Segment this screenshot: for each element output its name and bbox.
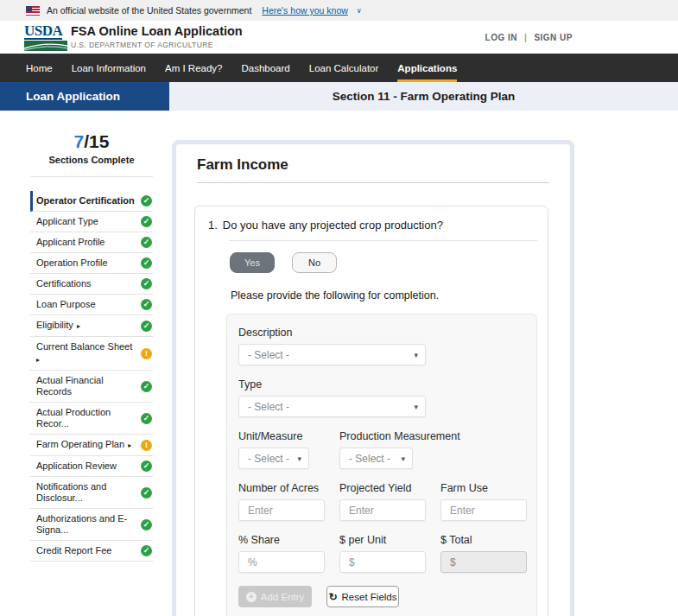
- type-label: Type: [238, 378, 525, 391]
- main-nav: HomeLoan InformationAm I Ready?Dashboard…: [0, 54, 678, 82]
- sidebar-item-loan-purpose[interactable]: Loan Purpose✓: [30, 295, 153, 315]
- farm-use-label: Farm Use: [440, 482, 527, 494]
- sidebar-item-label: Farm Operating Plan ▸: [36, 439, 137, 451]
- banner-text: An official website of the United States…: [47, 5, 251, 16]
- expand-arrow-icon: ▸: [75, 322, 80, 330]
- warning-icon: !: [141, 348, 152, 359]
- complete-check-icon: ✓: [141, 413, 152, 424]
- sidebar-item-credit-report-fee[interactable]: Credit Report Fee✓: [30, 541, 153, 562]
- number-of-acres-label: Number of Acres: [238, 482, 325, 494]
- complete-check-icon: ✓: [141, 545, 152, 556]
- loan-application-label: Loan Application: [0, 82, 169, 111]
- usda-wordmark: USDA: [24, 23, 62, 40]
- sidebar-item-certifications[interactable]: Certifications✓: [30, 274, 153, 295]
- complete-check-icon: ✓: [141, 216, 152, 227]
- nav-item-home[interactable]: Home: [26, 54, 53, 82]
- complete-check-icon: ✓: [141, 257, 152, 269]
- us-flag-icon: [26, 6, 40, 16]
- sidebar-item-applicant-profile[interactable]: Applicant Profile✓: [30, 232, 153, 253]
- sidebar-item-label: Applicant Profile: [36, 237, 137, 248]
- sidebar-item-actual-production-recor[interactable]: Actual Production Recor...✓: [30, 403, 153, 435]
- nav-item-am-i-ready[interactable]: Am I Ready?: [165, 54, 222, 82]
- percent-share-input[interactable]: [238, 551, 325, 573]
- sidebar-item-operation-profile[interactable]: Operation Profile✓: [30, 253, 153, 274]
- yes-button[interactable]: Yes: [230, 252, 275, 273]
- question-number: 1.: [208, 219, 218, 232]
- auth-divider: |: [524, 33, 527, 42]
- sidebar-item-farm-operating-plan[interactable]: Farm Operating Plan ▸!: [30, 435, 153, 456]
- projected-yield-label: Projected Yield: [339, 482, 426, 494]
- production-measurement-select[interactable]: - Select - ▾: [339, 448, 413, 469]
- app-header: USDA FSA Online Loan Application U.S. DE…: [0, 21, 678, 54]
- gov-banner: An official website of the United States…: [0, 0, 678, 21]
- question-text: Do you have any projected crop productio…: [223, 219, 443, 232]
- complete-check-icon: ✓: [141, 278, 152, 289]
- dollar-per-unit-input[interactable]: [339, 551, 426, 573]
- sidebar-item-label: Certifications: [36, 278, 137, 289]
- section-title: Section 11 - Farm Operating Plan: [169, 82, 678, 111]
- sections-sidebar: 7/15 Sections Complete Operator Certific…: [30, 131, 153, 562]
- login-link[interactable]: LOG IN: [485, 33, 517, 42]
- reset-fields-button[interactable]: ↻ Reset Fields: [326, 586, 399, 607]
- complete-check-icon: ✓: [141, 381, 152, 392]
- sidebar-item-authorizations-and-e-signa[interactable]: Authorizations and E-Signa...✓: [30, 509, 153, 541]
- sidebar-divider: [30, 176, 153, 177]
- auth-links: LOG IN | SIGN UP: [485, 33, 573, 42]
- sidebar-item-label: Current Balance Sheet ▸: [36, 341, 137, 365]
- dollar-per-unit-label: $ per Unit: [339, 534, 426, 546]
- sidebar-item-label: Application Review: [36, 460, 137, 472]
- no-button[interactable]: No: [292, 252, 337, 273]
- signup-link[interactable]: SIGN UP: [534, 33, 573, 42]
- type-select-value: - Select -: [248, 401, 289, 413]
- sidebar-item-notifications-and-disclosur[interactable]: Notifications and Disclosur...✓: [30, 477, 153, 509]
- section-bar: Loan Application Section 11 - Farm Opera…: [0, 82, 678, 111]
- plus-icon: +: [246, 592, 257, 602]
- nav-item-loan-information[interactable]: Loan Information: [72, 54, 146, 82]
- sections-list: Operator Certification✓Applicant Type✓Ap…: [30, 191, 153, 562]
- sidebar-item-label: Notifications and Disclosur...: [36, 481, 137, 504]
- sidebar-item-label: Operation Profile: [36, 257, 137, 269]
- sidebar-item-actual-financial-records[interactable]: Actual Financial Records✓: [30, 371, 153, 403]
- chevron-down-icon: ▾: [414, 403, 418, 411]
- nav-item-loan-calculator[interactable]: Loan Calculator: [309, 54, 379, 82]
- nav-item-applications[interactable]: Applications: [397, 54, 457, 82]
- description-label: Description: [238, 327, 525, 339]
- unit-measure-select-value: - Select -: [248, 453, 289, 465]
- sidebar-item-current-balance-sheet[interactable]: Current Balance Sheet ▸!: [30, 337, 153, 371]
- dollar-total-label: $ Total: [440, 534, 527, 546]
- projected-yield-input[interactable]: [339, 499, 426, 521]
- chevron-down-icon: ▾: [297, 454, 301, 463]
- completion-instruction: Please provide the following for complet…: [231, 289, 537, 302]
- description-select[interactable]: - Select - ▾: [238, 344, 426, 365]
- add-entry-button[interactable]: + Add Entry: [238, 586, 312, 607]
- number-of-acres-input[interactable]: [238, 499, 325, 521]
- entry-fields-card: Description - Select - ▾ Type - Select -…: [226, 314, 537, 616]
- sidebar-item-label: Actual Production Recor...: [36, 407, 137, 429]
- question-card: 1. Do you have any projected crop produc…: [194, 206, 548, 616]
- sidebar-item-applicant-type[interactable]: Applicant Type✓: [30, 212, 153, 232]
- add-entry-label: Add Entry: [261, 592, 305, 602]
- sidebar-item-operator-certification[interactable]: Operator Certification✓: [30, 191, 153, 212]
- complete-check-icon: ✓: [141, 321, 152, 332]
- complete-check-icon: ✓: [141, 195, 152, 206]
- unit-measure-select[interactable]: - Select - ▾: [238, 448, 309, 469]
- sidebar-item-eligibility[interactable]: Eligibility ▸✓: [30, 315, 153, 337]
- app-title: FSA Online Loan Application: [71, 24, 243, 38]
- question-divider: [229, 240, 537, 241]
- dollar-total-input: [440, 551, 527, 573]
- expand-arrow-icon: ▸: [126, 441, 131, 449]
- expand-arrow-icon: ▸: [36, 356, 40, 364]
- chevron-down-icon: ∨: [357, 7, 362, 15]
- progress-total: /15: [84, 131, 109, 151]
- reset-fields-label: Reset Fields: [342, 592, 397, 602]
- type-select[interactable]: - Select - ▾: [238, 396, 426, 417]
- banner-how-link[interactable]: Here's how you know: [262, 5, 347, 16]
- sidebar-item-application-review[interactable]: Application Review✓: [30, 456, 153, 477]
- sidebar-item-label: Eligibility ▸: [36, 320, 137, 332]
- farm-use-input[interactable]: [440, 499, 527, 521]
- percent-share-label: % Share: [238, 534, 325, 546]
- nav-item-dashboard[interactable]: Dashboard: [241, 54, 289, 82]
- progress-current: 7: [74, 131, 85, 151]
- usda-logo[interactable]: USDA: [24, 23, 67, 51]
- sidebar-item-label: Authorizations and E-Signa...: [36, 513, 137, 536]
